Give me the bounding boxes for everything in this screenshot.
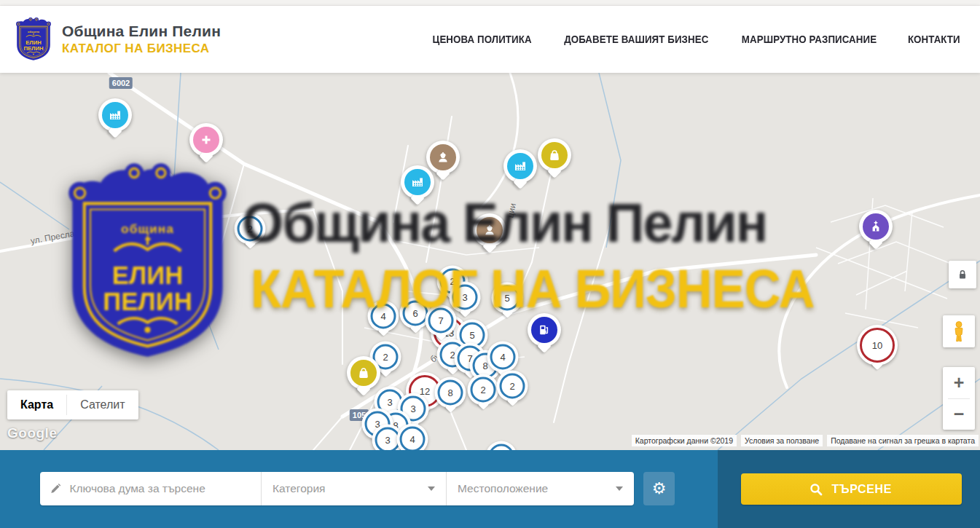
cluster-count: 8 <box>482 360 487 371</box>
cluster-count: 7 <box>438 315 443 326</box>
nav-item-contacts[interactable]: КОНТАКТИ <box>908 34 960 45</box>
cluster-marker[interactable]: 12 <box>174 181 213 220</box>
bag-icon <box>350 360 377 386</box>
site-header: община ЕЛИН ПЕЛИН Община Елин Пелин КАТА… <box>0 6 980 73</box>
cluster-count: 6 <box>412 308 418 319</box>
medical-icon <box>193 127 219 153</box>
factory-pin-marker[interactable] <box>401 165 434 199</box>
worker-icon <box>477 217 503 243</box>
cluster-ring: 2 <box>238 216 263 242</box>
bag-icon <box>541 142 568 168</box>
map-canvas[interactable]: 6002105ул. Преславбул. „Новоселции 32512… <box>0 73 980 450</box>
zoom-out-button[interactable]: − <box>943 399 975 430</box>
site-title-block: Община Елин Пелин КАТАЛОГ НА БИЗНЕСА <box>62 23 221 56</box>
nav-item-route-schedule[interactable]: МАРШРУТНО РАЗПИСАНИЕ <box>742 34 877 45</box>
cluster-marker[interactable]: 2 <box>124 189 155 221</box>
keyword-field <box>40 472 261 505</box>
map-type-control: Карта Сателит <box>7 390 138 419</box>
church-pin-marker[interactable] <box>859 210 893 243</box>
cluster-count: 3 <box>462 292 467 303</box>
church-icon <box>863 213 889 240</box>
cluster-count: 3 <box>410 403 415 414</box>
top-strip <box>0 0 980 6</box>
cluster-ring: 5 <box>489 444 514 451</box>
search-field-group: Категория Местоположение <box>40 472 634 505</box>
map-type-map-button[interactable]: Карта <box>7 390 66 419</box>
cluster-ring: 2 <box>471 377 496 403</box>
search-submit-button[interactable]: ТЪРСЕНЕ <box>741 473 962 505</box>
bag-pin-marker[interactable] <box>538 138 571 172</box>
zoom-in-button[interactable]: + <box>943 367 975 398</box>
cluster-marker[interactable]: 2 <box>235 213 266 245</box>
nav-item-pricing[interactable]: ЦЕНОВА ПОЛИТИКА <box>432 34 531 45</box>
cluster-ring: 5 <box>495 285 520 311</box>
cluster-count: 3 <box>157 179 162 190</box>
cluster-ring: 4 <box>400 427 426 451</box>
cluster-count: 2 <box>136 200 141 210</box>
location-select-value: Местоположение <box>458 482 548 495</box>
cluster-count: 4 <box>380 311 385 322</box>
chevron-down-icon <box>616 486 623 494</box>
cluster-marker[interactable]: 2 <box>468 374 499 406</box>
attribution-report-error-link[interactable]: Подаване на сигнал за грешка в картата <box>827 435 979 446</box>
cluster-ring: 8 <box>438 380 463 406</box>
cluster-marker[interactable]: 5 <box>486 441 517 451</box>
cluster-count: 3 <box>385 435 390 446</box>
cluster-marker[interactable]: 8 <box>435 377 466 409</box>
cluster-ring: 3 <box>452 285 478 310</box>
cluster-count: 12 <box>189 195 199 206</box>
google-logo[interactable]: Google <box>7 425 57 441</box>
search-bar: Категория Местоположение ⚙ ТЪРСЕНЕ <box>0 450 980 528</box>
cluster-marker[interactable]: 2 <box>497 371 528 402</box>
category-select[interactable]: Категория <box>261 472 446 505</box>
svg-text:ПЕЛИН: ПЕЛИН <box>23 45 44 52</box>
cluster-ring: 7 <box>428 308 454 334</box>
map-type-satellite-button[interactable]: Сателит <box>67 390 138 419</box>
cluster-count: 4 <box>409 434 415 445</box>
gear-icon: ⚙ <box>652 481 667 497</box>
fuel-icon <box>531 317 557 343</box>
map-markers-layer: 3251222354613752278412822338334510 <box>0 73 980 450</box>
cluster-count: 5 <box>504 293 509 304</box>
cluster-count: 2 <box>509 381 514 392</box>
cluster-marker[interactable]: 4 <box>487 342 519 373</box>
medical-pin-marker[interactable] <box>189 123 223 157</box>
keyword-input[interactable] <box>68 481 251 496</box>
fuel-pin-marker[interactable] <box>528 313 561 347</box>
cluster-marker[interactable]: 7 <box>426 305 457 336</box>
cluster-count: 5 <box>469 330 474 341</box>
cluster-count: 2 <box>247 224 252 235</box>
cluster-ring: 12 <box>177 184 211 217</box>
attribution-copyright: Картографски данни ©2019 <box>632 435 737 446</box>
attribution-terms-link[interactable]: Условия за ползване <box>741 435 823 446</box>
search-icon <box>810 483 823 496</box>
cluster-marker[interactable]: 5 <box>492 283 523 314</box>
cluster-marker[interactable]: 4 <box>397 424 428 451</box>
municipal-crest-logo[interactable]: община ЕЛИН ПЕЛИН <box>15 15 52 63</box>
cluster-count: 3 <box>387 397 392 408</box>
svg-text:община: община <box>28 31 40 34</box>
svg-text:ЕЛИН: ЕЛИН <box>26 39 42 46</box>
lock-icon <box>957 269 968 280</box>
cluster-marker[interactable]: 3 <box>450 282 481 313</box>
factory-pin-marker[interactable] <box>503 149 537 183</box>
street-view-lock-button[interactable] <box>949 261 976 288</box>
worker-pin-marker[interactable] <box>426 141 460 174</box>
cluster-ring: 4 <box>371 304 396 329</box>
advanced-search-button[interactable]: ⚙ <box>643 472 675 505</box>
factory-icon <box>507 153 533 179</box>
factory-pin-marker[interactable] <box>98 98 132 132</box>
cluster-marker[interactable]: 10 <box>857 325 898 366</box>
zoom-control: + − <box>943 367 975 430</box>
location-select[interactable]: Местоположение <box>446 472 634 505</box>
cluster-ring: 6 <box>403 301 428 326</box>
nav-item-add-business[interactable]: ДОБАВЕТЕ ВАШИЯТ БИЗНЕС <box>564 34 708 45</box>
worker-pin-marker[interactable] <box>473 213 506 247</box>
cluster-count: 2 <box>383 352 388 363</box>
factory-icon <box>404 169 431 195</box>
pegman-control[interactable] <box>943 315 975 347</box>
cluster-count: 2 <box>480 385 485 395</box>
cluster-marker[interactable]: 4 <box>368 301 399 332</box>
bag-pin-marker[interactable] <box>347 356 380 390</box>
category-select-value: Категория <box>273 482 325 495</box>
